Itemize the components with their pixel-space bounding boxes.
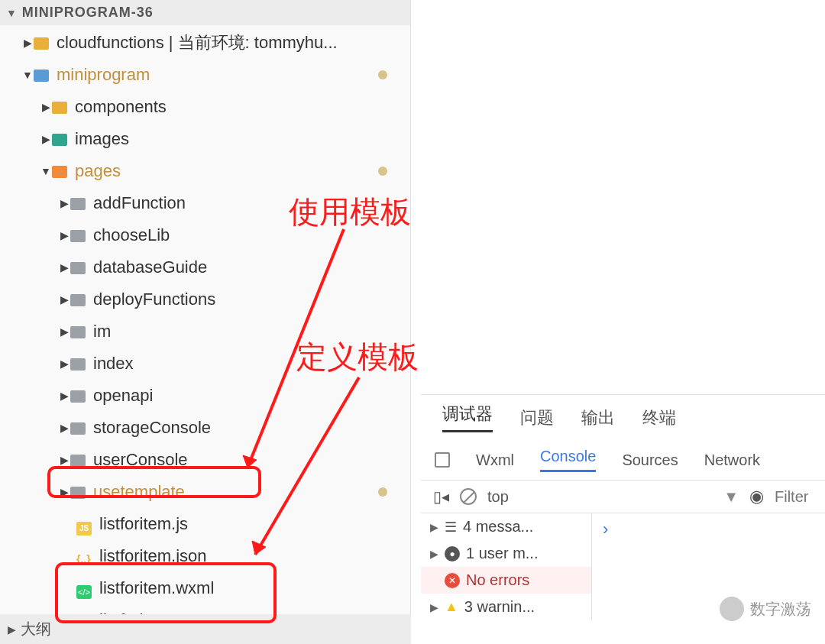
tree-item-components[interactable]: ▶components: [0, 91, 410, 123]
json-file-icon: {..}: [76, 553, 92, 565]
msg-row-warnings[interactable]: ▶▲3 warnin...: [421, 594, 591, 620]
chevron-right-icon: ▶: [21, 37, 34, 49]
warning-icon: ▲: [445, 599, 458, 615]
chevron-right-icon: ▶: [58, 422, 70, 434]
tab-output[interactable]: 输出: [581, 406, 615, 429]
debugger-tabs: 调试器 问题 输出 终端: [421, 395, 825, 440]
tab-wxml[interactable]: Wxml: [476, 451, 514, 469]
tree-label: listforitem.js: [99, 514, 188, 534]
tree-label: userConsole: [93, 450, 188, 470]
tree-item-pages[interactable]: ▼pages: [0, 155, 410, 187]
folder-icon: [70, 455, 86, 467]
tree-label: components: [75, 97, 167, 117]
tree-label: databaseGuide: [93, 257, 207, 277]
arrow-to-files: [244, 374, 367, 565]
msg-row-user[interactable]: ▶●1 user m...: [421, 540, 591, 567]
inspect-icon[interactable]: [435, 452, 450, 468]
msg-row-errors[interactable]: ▶✕No errors: [421, 567, 591, 594]
eye-icon[interactable]: ◉: [749, 487, 764, 506]
tree-label: cloudfunctions | 当前环境: tommyhu...: [57, 31, 338, 54]
outline-section[interactable]: ▶ 大纲: [0, 614, 411, 644]
chevron-right-icon: ▶: [58, 390, 70, 402]
tab-terminal[interactable]: 终端: [642, 406, 676, 429]
tree-label: listforitem.wxml: [99, 578, 214, 598]
tree-label: pages: [75, 161, 121, 181]
chevron-right-icon: ▶: [58, 454, 70, 466]
chevron-right-icon: ▶: [58, 325, 70, 338]
msg-label: No errors: [466, 571, 529, 589]
devtools-tabs: Wxml Console Sources Network: [421, 440, 825, 481]
chevron-right-icon: ▶: [58, 486, 70, 498]
tree-item-images[interactable]: ▶images: [0, 123, 410, 155]
console-toolbar: ▯◂ top ▼ ◉: [421, 481, 825, 513]
msg-label: 3 warnin...: [464, 598, 535, 616]
tab-network[interactable]: Network: [704, 451, 760, 469]
svg-line-2: [255, 377, 359, 555]
tab-debugger[interactable]: 调试器: [442, 403, 493, 432]
msg-label: 1 user m...: [466, 545, 538, 562]
tab-console[interactable]: Console: [540, 448, 596, 472]
folder-icon: [52, 134, 67, 146]
chevron-right-icon: ▶: [58, 261, 70, 273]
tree-item-listforitem-wxml[interactable]: </>listforitem.wxml: [0, 572, 410, 604]
context-label: top: [487, 488, 509, 506]
tree-item-miniprogram[interactable]: ▼miniprogram: [0, 59, 410, 91]
tree-label: openapi: [93, 386, 153, 406]
tab-sources[interactable]: Sources: [622, 451, 678, 469]
chevron-down-icon: ▼: [21, 69, 34, 81]
tree-item-cloudfunctions[interactable]: ▶cloudfunctions | 当前环境: tommyhu...: [0, 27, 410, 59]
list-icon: ☰: [445, 519, 457, 536]
svg-marker-3: [252, 541, 266, 555]
tree-label: images: [75, 129, 129, 149]
chevron-down-icon: ▼: [40, 165, 52, 177]
tree-label: listforitem.json: [99, 546, 207, 566]
chevron-right-icon: ▶: [40, 133, 52, 145]
tree-label: storageConsole: [93, 418, 211, 438]
console-sidebar: ▶☰4 messa... ▶●1 user m... ▶✕No errors ▶…: [421, 513, 592, 620]
tree-label: chooseLib: [93, 225, 170, 245]
watermark: 数字激荡: [720, 597, 811, 621]
user-icon: ●: [445, 546, 460, 561]
chevron-right-icon: ▶: [58, 293, 70, 306]
folder-icon: [70, 422, 86, 435]
folder-icon: [70, 198, 86, 210]
msg-row-messages[interactable]: ▶☰4 messa...: [421, 513, 591, 540]
chevron-right-icon: ▶: [58, 229, 70, 241]
folder-icon: [34, 37, 49, 50]
tree-label: im: [93, 322, 111, 341]
chevron-down-icon: ▼: [6, 7, 18, 19]
tree-label: index: [93, 354, 134, 374]
sidebar-toggle-icon[interactable]: ▯◂: [433, 487, 449, 506]
folder-icon: [70, 326, 86, 338]
chevron-right-icon: ▶: [58, 197, 70, 209]
folder-icon: [70, 390, 86, 403]
context-selector[interactable]: top ▼: [487, 488, 739, 506]
chevron-down-icon: ▼: [723, 488, 739, 506]
wxml-file-icon: </>: [76, 585, 92, 599]
folder-icon: [70, 487, 86, 499]
folder-icon: [52, 102, 67, 114]
filter-input[interactable]: [775, 488, 813, 506]
tab-problems[interactable]: 问题: [520, 406, 554, 429]
tree-label: addFunction: [93, 193, 186, 213]
folder-icon: [52, 166, 67, 178]
chevron-right-icon: ▶: [40, 101, 52, 113]
js-file-icon: JS: [76, 522, 92, 536]
tree-label: deployFunctions: [93, 290, 215, 309]
folder-icon: [70, 358, 86, 371]
clear-console-icon[interactable]: [460, 488, 477, 505]
chevron-right-icon: ▶: [58, 358, 70, 370]
outline-label: 大纲: [21, 619, 51, 639]
folder-icon: [34, 70, 49, 82]
tree-label: usetemplate: [93, 482, 185, 502]
folder-icon: [70, 294, 86, 306]
project-header[interactable]: ▼ MINIPROGRAM-36: [0, 0, 410, 25]
console-input-area[interactable]: ›: [592, 513, 619, 620]
chevron-right-icon: ▶: [8, 623, 16, 636]
watermark-label: 数字激荡: [750, 599, 811, 620]
folder-icon: [70, 262, 86, 274]
tree-label: miniprogram: [57, 65, 150, 85]
prompt-icon: ›: [603, 519, 608, 539]
msg-label: 4 messa...: [463, 518, 533, 536]
project-title: MINIPROGRAM-36: [22, 5, 154, 21]
